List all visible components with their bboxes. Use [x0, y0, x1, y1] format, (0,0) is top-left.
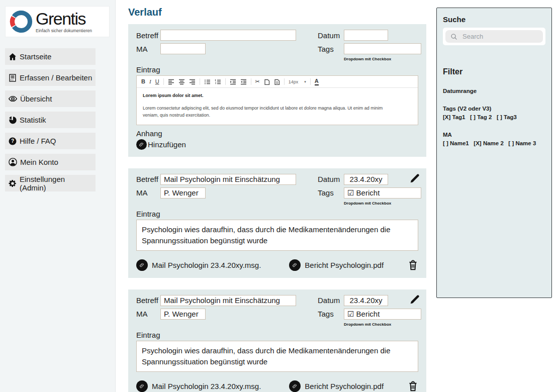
- toolbar-separator: [225, 78, 226, 85]
- search-input[interactable]: [461, 32, 534, 41]
- ma-label: MA: [136, 45, 160, 53]
- sidebar-item-statistik[interactable]: Statistik: [5, 112, 96, 128]
- datum-input[interactable]: [344, 295, 388, 306]
- filter-title: Filter: [443, 67, 545, 76]
- sidebar-item-einstellungen[interactable]: Einstellungen (Admin): [5, 175, 96, 191]
- align-left-icon[interactable]: [168, 79, 174, 85]
- paperclip-icon: [136, 380, 148, 392]
- filter-ma-options[interactable]: [ ] Name1 [X] Name 2 [ ] Name 3: [443, 140, 545, 146]
- trash-icon: [408, 259, 418, 271]
- sidebar-item-label: Mein Konto: [20, 158, 58, 166]
- editor-content[interactable]: Lorem ipsum dolor sit amet. Lorem consec…: [137, 88, 418, 125]
- ma-input[interactable]: [160, 187, 206, 199]
- sidebar-item-label: Erfassen / Bearbeiten: [20, 73, 92, 82]
- sidebar-item-konto[interactable]: Mein Konto: [5, 154, 96, 170]
- font-color-button[interactable]: A: [315, 78, 319, 85]
- app-title: Grentis: [36, 10, 92, 27]
- entry-card: Betreff MA Datum Tags Dropdown mit Check…: [128, 289, 426, 392]
- delete-entry-button[interactable]: [408, 380, 418, 392]
- gear-icon: [8, 179, 17, 188]
- attachment-link[interactable]: Bericht Psychologin.pdf: [289, 259, 384, 271]
- underline-button[interactable]: U: [155, 79, 159, 84]
- tags-dropdown[interactable]: [344, 309, 421, 320]
- svg-text:?: ?: [11, 138, 14, 144]
- filter-tags-options[interactable]: [X] Tag1 [ ] Tag 2 [ ] Tag3: [443, 114, 545, 120]
- toolbar-separator: [163, 78, 164, 85]
- paste-text-icon[interactable]: [274, 78, 280, 85]
- search-field[interactable]: [445, 30, 543, 43]
- outdent-icon[interactable]: [230, 79, 236, 85]
- entry-card: Betreff MA Datum Tags Dropdown mit Check…: [128, 168, 426, 278]
- ma-label: MA: [136, 188, 160, 197]
- sidebar-item-startseite[interactable]: Startseite: [5, 48, 96, 65]
- sidebar-item-label: Startseite: [20, 52, 51, 61]
- main-content: Verlauf Betreff MA Datum Tags: [128, 0, 426, 392]
- sidebar-item-hilfe[interactable]: ? Hilfe / FAQ: [5, 133, 96, 149]
- rich-text-editor[interactable]: B I U ✂ 14px ▾: [136, 75, 418, 125]
- document-edit-icon: [8, 73, 17, 82]
- tags-label: Tags: [318, 45, 344, 53]
- entry-text: Psychologin wies daraufhin, dass durch d…: [136, 220, 418, 251]
- betreff-label: Betreff: [136, 175, 160, 183]
- tags-label: Tags: [318, 188, 344, 197]
- sidebar-item-erfassen[interactable]: Erfassen / Bearbeiten: [5, 69, 96, 86]
- ma-input[interactable]: [160, 309, 206, 320]
- ma-input[interactable]: [160, 43, 206, 54]
- cut-icon[interactable]: ✂: [255, 79, 260, 84]
- attachment-link[interactable]: Mail Psychologin 23.4.20xy.msg.: [136, 259, 261, 271]
- numbered-list-icon[interactable]: [215, 79, 221, 85]
- ma-label: MA: [136, 310, 160, 318]
- edit-entry-button[interactable]: [409, 294, 420, 305]
- page-title: Verlauf: [128, 7, 426, 18]
- paperclip-icon: [136, 259, 148, 271]
- pie-chart-icon: [8, 116, 17, 125]
- tags-dropdown[interactable]: [344, 43, 421, 54]
- sidebar-item-label: Hilfe / FAQ: [20, 137, 56, 145]
- font-size-select[interactable]: 14px ▾: [289, 79, 306, 84]
- attachment-link[interactable]: Mail Psychologin 23.4.20xy.msg.: [136, 380, 261, 392]
- search-icon: [450, 33, 457, 40]
- betreff-input[interactable]: [160, 295, 296, 306]
- new-entry-card: Betreff MA Datum Tags Dropdown mit Check…: [128, 24, 426, 157]
- datum-label: Datum: [318, 296, 344, 305]
- bold-button[interactable]: B: [141, 79, 145, 84]
- app-logo[interactable]: Grentis Einfach sicher dokumentieren: [5, 6, 110, 37]
- betreff-label: Betreff: [136, 31, 160, 40]
- filter-daterange-label[interactable]: Datumrange: [443, 88, 545, 94]
- add-attachment-button[interactable]: Hinzufügen: [136, 139, 418, 150]
- bullet-list-icon[interactable]: [204, 79, 211, 85]
- anhang-label: Anhang: [136, 129, 418, 138]
- editor-toolbar: B I U ✂ 14px ▾: [137, 76, 418, 88]
- align-center-icon[interactable]: [178, 79, 185, 85]
- chevron-down-icon: ▾: [304, 80, 306, 84]
- toolbar-separator: [310, 78, 311, 85]
- delete-entry-button[interactable]: [408, 259, 418, 271]
- toolbar-separator: [200, 78, 200, 85]
- filter-ma-label: MA: [443, 132, 545, 138]
- sidebar-item-uebersicht[interactable]: Übersicht: [5, 90, 96, 107]
- entry-text: Psychologin wies daraufhin, dass durch d…: [136, 341, 418, 372]
- pencil-icon: [409, 173, 420, 184]
- datum-label: Datum: [318, 175, 344, 183]
- attachment-link[interactable]: Bericht Psychologin.pdf: [289, 380, 384, 392]
- search-title: Suche: [443, 15, 545, 24]
- attachment-name: Mail Psychologin 23.4.20xy.msg.: [152, 382, 261, 390]
- tags-caption: Dropdown mit Checkbox: [344, 322, 421, 327]
- betreff-input[interactable]: [160, 174, 296, 185]
- filter-tags-label: Tags (V2 oder V3): [443, 106, 545, 112]
- align-right-icon[interactable]: [189, 79, 196, 85]
- datum-input[interactable]: [344, 30, 388, 41]
- paste-icon[interactable]: [264, 78, 270, 85]
- home-icon: [8, 52, 17, 61]
- indent-icon[interactable]: [240, 79, 247, 85]
- toolbar-separator: [284, 78, 285, 85]
- toolbar-separator: [251, 78, 251, 85]
- attachment-name: Bericht Psychologin.pdf: [305, 261, 384, 269]
- editor-text-body: Lorem consectetur adipiscing elit, sed d…: [143, 105, 383, 119]
- betreff-input[interactable]: [160, 30, 296, 41]
- trash-icon: [408, 380, 418, 392]
- tags-dropdown[interactable]: [344, 187, 421, 199]
- datum-input[interactable]: [344, 174, 388, 185]
- edit-entry-button[interactable]: [409, 173, 420, 184]
- italic-button[interactable]: I: [149, 79, 151, 84]
